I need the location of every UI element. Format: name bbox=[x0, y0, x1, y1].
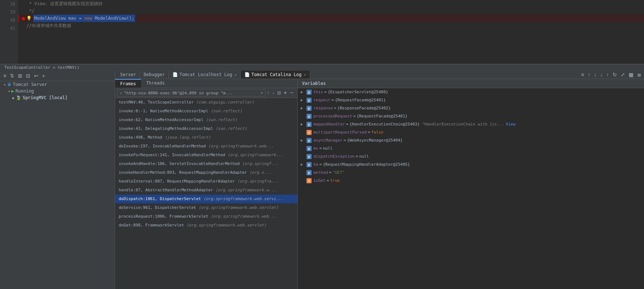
server-icon: 🖥 bbox=[7, 82, 11, 87]
frames-list[interactable]: testMAV:40, TestScopeController (com.atg… bbox=[115, 98, 297, 289]
line-numbers: 38 39 40 41 bbox=[0, 0, 18, 64]
var-expand-ha[interactable]: ▶ bbox=[301, 161, 305, 168]
tab-catalina-icon: 📄 bbox=[244, 72, 250, 77]
tab-icon-down[interactable]: ↓ bbox=[593, 71, 598, 78]
frame-item-doinvoke[interactable]: doInvoke:197, InvocableHandlerMethod (or… bbox=[115, 142, 297, 151]
frame-item-invokefor[interactable]: invokeForRequest:141, InvocableHandlerMe… bbox=[115, 151, 297, 159]
var-item-response: ▶ p response = {ResponseFacade@25402} bbox=[298, 104, 644, 112]
code-line-39: */ bbox=[18, 7, 644, 15]
scroll-minus-btn[interactable]: − bbox=[289, 89, 294, 97]
thread-selector[interactable]: ✓ "http-nio-8080-exec-96"@24,899 in grou… bbox=[117, 89, 266, 97]
toolbar-filter-btn[interactable]: ⊟ bbox=[25, 72, 31, 79]
var-type-p-response: p bbox=[306, 106, 312, 111]
tab-icon-upload[interactable]: ↑ bbox=[605, 71, 610, 78]
sidebar-tree: ▾ 🖥 Tomcat Server ▾ ▶ Running ▶ 🍃 Spring… bbox=[0, 81, 115, 289]
frame-item-handle87[interactable]: handle:87, AbstractHandlerMethodAdapter … bbox=[115, 186, 297, 195]
var-type-p-mv: p bbox=[306, 146, 312, 151]
var-item-method: ▶ p method = "GET" bbox=[298, 169, 644, 177]
tab-icon-download[interactable]: ↓ bbox=[599, 71, 604, 78]
var-type-p-async: p bbox=[306, 138, 312, 143]
frames-tabs: Frames Threads bbox=[115, 79, 297, 88]
var-expand-response[interactable]: ▶ bbox=[301, 105, 305, 112]
var-view-link[interactable]: View bbox=[506, 121, 516, 128]
tab-icon-up[interactable]: ↑ bbox=[587, 71, 591, 78]
tab-icon-list[interactable]: ≣ bbox=[636, 71, 643, 78]
frame-item-invoke62[interactable]: invoke:62, NativeMethodAccessorImpl (sun… bbox=[115, 116, 297, 124]
tab-icon-expand[interactable]: ⤢ bbox=[620, 71, 626, 78]
tab-threads[interactable]: Threads bbox=[141, 79, 170, 88]
tab-server[interactable]: Server bbox=[117, 71, 140, 79]
frame-item-doget[interactable]: doGet:898, FrameworkServlet (org.springf… bbox=[115, 221, 297, 230]
code-line-41: //向请求域中共享数据 bbox=[18, 22, 644, 29]
toolbar-back-btn[interactable]: ↩ bbox=[33, 72, 39, 79]
tree-arrow-tomcat: ▾ bbox=[4, 83, 6, 87]
var-item-isget: ▶ o isGet = true bbox=[298, 177, 644, 185]
var-expand-request[interactable]: ▶ bbox=[301, 97, 305, 104]
var-item-request: ▶ p request = {RequestFacade@25401} bbox=[298, 96, 644, 104]
springmvc-label: SpringMVC [local] bbox=[23, 95, 68, 100]
var-type-p-ha: p bbox=[306, 162, 312, 167]
thread-up-btn[interactable]: ↑ bbox=[266, 90, 271, 96]
tree-item-springmvc[interactable]: ▶ 🍃 SpringMVC [local] bbox=[0, 94, 115, 101]
toolbar-grid-btn[interactable]: ⊞ bbox=[17, 72, 23, 79]
var-type-o-multipart: o bbox=[306, 130, 312, 135]
var-item-processedrequest: ▶ p processedRequest = {RequestFacade@25… bbox=[298, 112, 644, 120]
frame-item-invoke498[interactable]: invoke:498, Method (java.lang.reflect) bbox=[115, 133, 297, 142]
toolbar-sort-btn[interactable]: ⇅ bbox=[9, 72, 15, 79]
var-type-p-mapped: p bbox=[306, 122, 312, 127]
var-type-p-this: p bbox=[306, 90, 312, 95]
debug-content: Frames Threads ✓ "http-nio-8080-exec-96"… bbox=[115, 79, 644, 289]
tab-tomcat-catalina-log[interactable]: 📄 Tomcat Catalina Log ✕ bbox=[241, 71, 310, 79]
tab-icon-table[interactable]: ▦ bbox=[628, 71, 635, 78]
frames-toolbar: ✓ "http-nio-8080-exec-96"@24,899 in grou… bbox=[115, 88, 297, 98]
tab-icon-refresh[interactable]: ↻ bbox=[611, 71, 618, 78]
tab-icons: ≡ ↑ ↓ ↓ ↑ ↻ ⤢ ▦ ≣ bbox=[580, 71, 643, 78]
arrow-icon: 💡 bbox=[26, 15, 32, 22]
frame-item-doservice[interactable]: doService:961, DispatcherServlet (org.sp… bbox=[115, 203, 297, 212]
frame-item-dodispatch[interactable]: doDispatch:1061, DispatcherServlet (org.… bbox=[115, 195, 297, 203]
tab-tomcat-localhost-log[interactable]: 📄 Tomcat Localhost Log ✕ bbox=[169, 71, 241, 79]
thread-down-btn[interactable]: ↓ bbox=[271, 90, 276, 96]
tab-debugger[interactable]: Debugger bbox=[140, 71, 169, 79]
frame-item-invoke43[interactable]: invoke:43, DelegatingMethodAccessorImpl … bbox=[115, 124, 297, 133]
breadcrumb: TestScopeController > testMAV() bbox=[0, 64, 644, 71]
breakpoint-icon: ● bbox=[22, 15, 25, 22]
var-type-o-isget: o bbox=[306, 178, 312, 183]
chevron-down-icon: ▾ bbox=[260, 90, 263, 95]
frame-item-handleinternal[interactable]: handleInternal:807, RequestMappingHandle… bbox=[115, 177, 297, 186]
tab-catalina-log-close[interactable]: ✕ bbox=[304, 72, 306, 77]
var-item-mv: ▶ p mv = null bbox=[298, 144, 644, 153]
add-watch-btn[interactable]: + bbox=[282, 89, 288, 97]
tree-item-running[interactable]: ▾ ▶ Running bbox=[0, 88, 115, 94]
tree-item-tomcat-server[interactable]: ▾ 🖥 Tomcat Server bbox=[0, 81, 115, 88]
variables-header: Variables bbox=[298, 79, 644, 88]
thread-filter-btn[interactable]: ⊟ bbox=[276, 90, 282, 96]
var-expand-mapped[interactable]: ▶ bbox=[301, 121, 305, 128]
tab-icon-menu[interactable]: ≡ bbox=[580, 71, 585, 78]
code-line-40: ● 💡 ModelAndView mav = new ModelAndView(… bbox=[18, 15, 644, 22]
bottom-panel: ≡ ⇅ ⊞ ⊟ ↩ + ▾ 🖥 Tomcat Server ▾ bbox=[0, 71, 644, 289]
frame-item-testmav[interactable]: testMAV:40, TestScopeController (com.atg… bbox=[115, 98, 297, 107]
var-item-ha: ▶ p ha = {RequestMappingHandlerAdapter@2… bbox=[298, 161, 644, 169]
var-item-multipart: ▶ o multipartRequestParsed = false bbox=[298, 128, 644, 136]
sidebar: ≡ ⇅ ⊞ ⊟ ↩ + ▾ 🖥 Tomcat Server ▾ bbox=[0, 71, 115, 289]
toolbar-add-btn[interactable]: + bbox=[41, 72, 46, 79]
toolbar-align-btn[interactable]: ≡ bbox=[2, 72, 7, 79]
tab-log-icon: 📄 bbox=[172, 72, 178, 77]
tree-arrow-running: ▾ bbox=[8, 89, 10, 93]
var-expand-async[interactable]: ▶ bbox=[301, 137, 305, 144]
code-lines: * View: 设置逻辑视图实现页面跳转 */ ● 💡 ModelAndView… bbox=[18, 0, 644, 64]
var-expand-this[interactable]: ▶ bbox=[301, 89, 305, 95]
tab-frames[interactable]: Frames bbox=[115, 79, 141, 88]
var-type-p-processed: p bbox=[306, 114, 312, 119]
sidebar-toolbar: ≡ ⇅ ⊞ ⊟ ↩ + bbox=[0, 71, 115, 81]
var-type-p-dispatch: p bbox=[306, 154, 312, 159]
frame-item-processrequest[interactable]: processRequest:1006, FrameworkServlet (o… bbox=[115, 212, 297, 221]
frame-item-invoke0[interactable]: invoke:0:-1, NativeMethodAccessorImpl (s… bbox=[115, 107, 297, 116]
tab-localhost-log-close[interactable]: ✕ bbox=[235, 72, 237, 77]
tab-bar: Server Debugger 📄 Tomcat Localhost Log ✕… bbox=[115, 71, 644, 79]
variables-list: ▶ p this = {DispatcherServlet@25400} ▶ p… bbox=[298, 88, 644, 289]
frame-item-invokeandhandle[interactable]: invokeAndHandle:106, ServletInvocableHan… bbox=[115, 159, 297, 168]
thread-text: "http-nio-8080-exec-96"@24,899 in group … bbox=[124, 91, 260, 95]
frame-item-invokehandler[interactable]: invokeHandlerMethod:893, RequestMappingH… bbox=[115, 168, 297, 177]
